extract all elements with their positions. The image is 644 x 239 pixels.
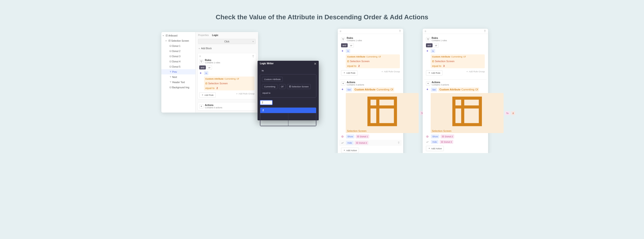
is-chip[interactable]: Is xyxy=(204,71,208,75)
rules-title: Rules xyxy=(205,59,220,62)
spark-icon xyxy=(426,82,430,86)
page-title: Check the Value of the Attribute in Desc… xyxy=(141,14,503,21)
add-rule-group-button[interactable]: ＋Add Rule Group xyxy=(466,70,485,73)
logic-and-chip[interactable]: and xyxy=(199,66,206,70)
of-chip[interactable]: Of xyxy=(279,84,286,89)
rule-expression[interactable]: Custom Attribute CurrentImg Of Selection… xyxy=(204,77,254,90)
action-hide[interactable]: Hide Donut 3 xyxy=(426,140,485,144)
logic-or-chip[interactable]: or xyxy=(207,65,212,70)
logic-and-chip[interactable]: and xyxy=(426,43,432,47)
selection-label: Selection Screen xyxy=(208,82,228,85)
image-icon xyxy=(169,45,172,47)
delete-icon[interactable] xyxy=(398,141,400,144)
add-rule-group-button[interactable]: ＋Add Rule Group xyxy=(236,92,254,95)
tree-item-prev[interactable]: Prev xyxy=(161,69,196,74)
action-hide[interactable]: Hide Donut 2 xyxy=(339,140,402,146)
add-group-label: Add Rule Group xyxy=(238,92,254,95)
tree-label: Artboard xyxy=(168,34,177,37)
delete-icon[interactable] xyxy=(399,30,401,33)
tree-label: Donut 1 xyxy=(172,45,180,47)
currentimg-chip[interactable]: CurrentImg xyxy=(262,84,278,89)
custom-attribute-token: Custom Attribute xyxy=(439,88,460,91)
rule-expression[interactable]: Custom Attribute CurrentImg Of Selection… xyxy=(431,54,485,68)
chevron-down-icon: ▾ xyxy=(163,35,165,37)
tree-item-donut4[interactable]: Donut 4 xyxy=(161,59,196,64)
logic-writer-popup: Logic Writer ✕ Is Custom Attribute Curre… xyxy=(258,61,319,120)
trend-icon xyxy=(426,141,430,143)
tab-properties[interactable]: Properties xyxy=(198,34,209,37)
tab-logic[interactable]: Logic xyxy=(212,34,218,37)
add-rule-button[interactable]: ＋Add Rule xyxy=(199,92,216,98)
tree-label: Donut 5 xyxy=(172,66,180,68)
suggestion-option[interactable]: 2 xyxy=(260,108,316,113)
show-chip: Show xyxy=(431,134,439,138)
logic-and-chip[interactable]: and xyxy=(341,43,348,47)
tree-artboard[interactable]: ▾ Artboard xyxy=(161,33,196,38)
add-block-button[interactable]: ＋Add Block xyxy=(196,46,258,52)
selection-label: Selection Screen xyxy=(435,60,454,63)
logic-or-chip[interactable]: or xyxy=(434,43,439,48)
logic-pane: Properties Logic Click ＋Add Block ≡ Rule… xyxy=(196,32,258,113)
plus-icon: ＋ xyxy=(343,71,346,74)
plus-icon: ＋ xyxy=(428,147,430,150)
tree-item-bg[interactable]: Background Img xyxy=(161,85,196,90)
plus-icon: ＋ xyxy=(343,149,346,152)
action-show[interactable]: Show Donut 1 xyxy=(341,134,400,138)
is-chip[interactable]: Is xyxy=(346,49,350,53)
actions-title: Actions xyxy=(432,81,449,84)
tree-item-donut5[interactable]: Donut 5 xyxy=(161,64,196,69)
add-rule-group-button[interactable]: ＋Add Rule Group xyxy=(381,70,400,73)
spark-icon xyxy=(341,88,345,91)
tree-item-header[interactable]: Header Text xyxy=(161,80,196,85)
tree-label: Prev xyxy=(172,71,177,73)
logic-or-chip[interactable]: or xyxy=(348,43,354,48)
custom-attribute-chip[interactable]: Custom Attribute xyxy=(262,77,283,82)
dropdown-col xyxy=(288,113,316,126)
drag-handle-icon[interactable]: ≡ xyxy=(199,55,201,58)
spark-icon xyxy=(199,72,203,75)
hide-chip: Hide xyxy=(431,140,438,144)
selection-label: Selection Screen xyxy=(347,129,366,132)
spark-icon xyxy=(199,104,204,109)
add-action-button[interactable]: ＋Add Action xyxy=(426,146,444,151)
eye-icon xyxy=(341,135,345,138)
close-icon[interactable]: ✕ xyxy=(314,62,316,66)
action-show[interactable]: Show Donut 2 xyxy=(426,134,485,138)
layer-tree: ▾ Artboard ▾ Selection Screen Donut 1 Do… xyxy=(161,32,196,113)
is-label: Is xyxy=(260,68,316,73)
plus-icon: ＋ xyxy=(428,71,430,74)
spark-icon xyxy=(426,50,430,53)
actions-title: Actions xyxy=(347,81,364,84)
tree-item-donut3[interactable]: Donut 3 xyxy=(161,54,196,59)
tree-label: Header Text xyxy=(172,81,185,84)
drag-handle-icon[interactable]: ≡ xyxy=(424,30,426,33)
editor-panel: ▾ Artboard ▾ Selection Screen Donut 1 Do… xyxy=(161,32,258,113)
value-chip: 2 xyxy=(511,111,515,115)
add-rule-button[interactable]: ＋Add Rule xyxy=(341,70,358,76)
value-input[interactable] xyxy=(260,100,272,105)
logic-writer-title: Logic Writer xyxy=(260,62,274,66)
hide-chip: Hide xyxy=(346,141,354,145)
is-chip[interactable]: Is xyxy=(431,49,435,53)
rules-actions-panel-2: ≡ Rules Contains 1 rules and or Is Custo… xyxy=(338,29,403,153)
show-target-label: Donut 1 xyxy=(360,135,368,138)
trigger-select[interactable]: Click xyxy=(198,39,256,44)
add-rule-button[interactable]: ＋Add Rule xyxy=(426,70,442,76)
selection-screen-chip[interactable]: Selection Screen xyxy=(287,84,311,89)
tree-item-next[interactable]: Next xyxy=(161,74,196,80)
tree-item-donut2[interactable]: Donut 2 xyxy=(161,49,196,54)
value-token: 2 xyxy=(358,65,360,67)
branch-icon xyxy=(341,37,345,42)
add-action-button[interactable]: ＋Add Action xyxy=(341,148,359,153)
tree-selection-screen[interactable]: ▾ Selection Screen xyxy=(161,38,196,43)
rule-expression[interactable]: Custom Attribute CurrentImg Of Selection… xyxy=(346,54,400,68)
tree-item-donut1[interactable]: Donut 1 xyxy=(161,43,196,49)
delete-icon[interactable] xyxy=(252,55,254,58)
delete-icon[interactable] xyxy=(484,30,486,33)
drag-handle-icon[interactable]: ≡ xyxy=(340,30,341,33)
equal-to-chip[interactable]: equal to xyxy=(262,91,272,95)
tree-label: Next xyxy=(172,76,177,78)
action-set[interactable]: Set Custom Attribute CurrentImg Of xyxy=(426,87,485,92)
selection-label: Selection Screen xyxy=(432,129,451,132)
action-set[interactable]: Set Custom Attribute CurrentImg Of xyxy=(341,87,400,92)
